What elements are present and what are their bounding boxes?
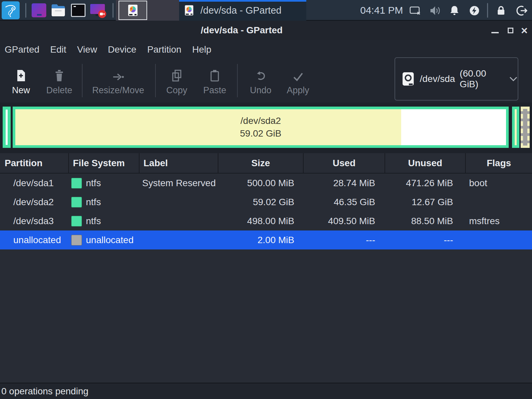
unallocated-color-swatch xyxy=(71,235,82,245)
cell-file-system: ntfs xyxy=(69,174,139,193)
new-partition-button[interactable]: New xyxy=(1,65,41,96)
taskbar-launcher-gparted[interactable] xyxy=(119,1,147,20)
taskbar-launcher-files-app[interactable] xyxy=(31,3,47,18)
cell-size: 59.02 GiB xyxy=(218,193,304,211)
close-icon: × xyxy=(521,25,528,36)
cell-file-system: ntfs xyxy=(69,211,139,230)
gparted-icon xyxy=(126,4,139,17)
table-header-row: Partition File System Label Size Used Un… xyxy=(0,153,532,174)
ntfs-color-swatch xyxy=(71,178,82,189)
new-document-icon xyxy=(1,65,41,82)
toolbar-separator xyxy=(82,64,83,97)
cell-unused: 12.67 GiB xyxy=(385,193,466,211)
menu-view[interactable]: View xyxy=(72,40,102,59)
cell-unused: 471.26 MiB xyxy=(385,174,466,193)
copy-partition-button[interactable]: Copy xyxy=(157,65,197,96)
cell-size: 498.00 MiB xyxy=(218,211,304,230)
delete-partition-button[interactable]: Delete xyxy=(39,65,79,96)
resize-move-button[interactable]: Resize/Move xyxy=(88,65,148,96)
paste-clipboard-icon xyxy=(195,65,235,82)
column-header-flags[interactable]: Flags xyxy=(466,153,532,173)
cell-unused: 88.50 MiB xyxy=(385,211,466,230)
disk-segment-sda1[interactable] xyxy=(3,107,11,148)
maximize-button[interactable] xyxy=(505,21,516,40)
device-selector-dropdown[interactable]: /dev/sda (60.00 GiB) xyxy=(395,57,518,101)
ntfs-color-swatch xyxy=(71,216,82,226)
cell-used: 46.35 GiB xyxy=(304,193,385,211)
window-title: /dev/sda - GParted xyxy=(201,21,283,40)
close-button[interactable]: × xyxy=(519,21,530,40)
disk-visual-bar: /dev/sda2 59.02 GiB xyxy=(0,103,532,153)
table-row-sda3[interactable]: /dev/sda3 ntfs 498.00 MiB 409.50 MiB 88.… xyxy=(0,211,532,230)
menu-edit[interactable]: Edit xyxy=(46,40,71,59)
cell-partition: /dev/sda1 xyxy=(0,174,69,193)
chevron-down-icon xyxy=(509,76,518,82)
column-header-file-system[interactable]: File System xyxy=(69,153,139,173)
column-header-used[interactable]: Used xyxy=(304,153,385,173)
cell-used: 28.74 MiB xyxy=(304,174,385,193)
menubar: GParted Edit View Device Partition Help xyxy=(0,40,532,59)
disk-segment-sda3[interactable] xyxy=(512,107,519,148)
cell-unused: --- xyxy=(385,230,466,249)
column-header-size[interactable]: Size xyxy=(218,153,304,173)
taskbar: /dev/sda - GParted 04:41 PM xyxy=(0,0,532,21)
apply-button[interactable]: Apply xyxy=(278,65,318,96)
cell-file-system: unallocated xyxy=(69,230,139,249)
minimize-button[interactable] xyxy=(489,21,501,40)
power-manager-icon[interactable] xyxy=(468,5,480,17)
column-header-partition[interactable]: Partition xyxy=(0,153,69,173)
taskbar-clock[interactable]: 04:41 PM xyxy=(360,0,403,21)
table-row-sda1[interactable]: /dev/sda1 ntfs System Reserved 500.00 Mi… xyxy=(0,174,532,193)
cell-label xyxy=(139,193,218,211)
window-titlebar: /dev/sda - GParted × xyxy=(0,21,532,40)
menu-partition[interactable]: Partition xyxy=(142,40,186,59)
table-row-unallocated[interactable]: unallocated unallocated 2.00 MiB --- --- xyxy=(0,230,532,249)
table-row-sda2[interactable]: /dev/sda2 ntfs 59.02 GiB 46.35 GiB 12.67… xyxy=(0,193,532,211)
menu-gparted[interactable]: GParted xyxy=(0,40,44,59)
hard-drive-icon xyxy=(402,72,414,86)
undo-arrow-icon xyxy=(241,65,281,82)
cell-size: 2.00 MiB xyxy=(218,230,304,249)
menu-help[interactable]: Help xyxy=(187,40,216,59)
disk-segment-unallocated-selected[interactable] xyxy=(521,107,530,148)
taskbar-launcher-screen-recorder[interactable] xyxy=(89,3,107,18)
kali-dragon-icon xyxy=(3,3,18,18)
lock-icon[interactable] xyxy=(495,5,507,17)
folder-icon xyxy=(50,3,66,18)
cell-flags: msftres xyxy=(466,211,532,230)
screen-record-icon xyxy=(90,3,106,18)
cell-size: 500.00 MiB xyxy=(218,174,304,193)
volume-icon[interactable] xyxy=(429,5,441,17)
disk-segment-sda2[interactable]: /dev/sda2 59.02 GiB xyxy=(13,107,509,148)
menu-device[interactable]: Device xyxy=(103,40,141,59)
cell-partition: unallocated xyxy=(0,230,69,249)
gparted-icon xyxy=(183,4,195,16)
trash-icon xyxy=(39,65,79,82)
resize-arrow-icon xyxy=(88,65,148,82)
operations-pending-text: 0 operations pending xyxy=(1,386,89,397)
taskbar-launcher-file-manager[interactable] xyxy=(50,3,66,18)
taskbar-separator xyxy=(487,3,488,18)
partition-table: Partition File System Label Size Used Un… xyxy=(0,153,532,383)
paste-partition-button[interactable]: Paste xyxy=(195,65,235,96)
cell-label xyxy=(139,211,218,230)
maximize-icon xyxy=(508,28,513,33)
terminal-icon xyxy=(71,4,86,17)
undo-button[interactable]: Undo xyxy=(241,65,281,96)
screen: /dev/sda - GParted 04:41 PM xyxy=(0,0,532,399)
apply-check-icon xyxy=(278,65,318,82)
column-header-label[interactable]: Label xyxy=(139,153,218,173)
logout-icon[interactable] xyxy=(516,5,528,17)
cell-label: System Reserved xyxy=(139,174,218,193)
taskbar-separator xyxy=(113,3,114,18)
notifications-bell-icon[interactable] xyxy=(448,5,460,17)
cell-flags xyxy=(466,230,532,249)
column-header-unused[interactable]: Unused xyxy=(385,153,466,173)
cell-file-system: ntfs xyxy=(69,193,139,211)
taskbar-launcher-terminal[interactable] xyxy=(70,3,86,18)
device-selector-device: /dev/sda xyxy=(420,74,455,84)
cell-flags xyxy=(466,193,532,211)
kali-menu-button[interactable] xyxy=(2,1,20,19)
taskbar-window-button-gparted[interactable]: /dev/sda - GParted xyxy=(179,0,306,21)
screen-notification-off-icon[interactable] xyxy=(409,5,421,17)
